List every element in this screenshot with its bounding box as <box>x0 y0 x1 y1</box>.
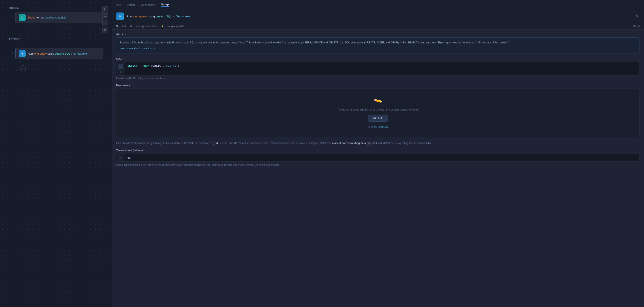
parameters-section: Parameters ✏️ Tell us what fields should… <box>116 84 640 137</box>
help-label: HELP <box>116 33 124 36</box>
nav-connection[interactable]: Connection <box>141 3 155 6</box>
step-1-number: 1 <box>8 16 13 19</box>
nav-action[interactable]: Action <box>127 3 135 6</box>
learn-more-label: Learn more about this action <box>120 46 152 50</box>
reset-button[interactable]: Reset <box>633 25 640 28</box>
group-map-label: Group map data <box>166 25 184 28</box>
table-name: CONTACTS <box>166 64 180 68</box>
search-icon: 🔍 <box>116 25 119 28</box>
panel-header: ❄ Run long query using custom SQL in Sno… <box>112 10 644 23</box>
timeout-section: Timeout limit (minutes) 123 Set an upper… <box>116 149 640 166</box>
workflow-canvas: ↻ + − ⊞ TRIGGER 1 ⏱ Trigger on a specifi… <box>0 0 112 307</box>
sql-line-number: 1 <box>120 71 121 73</box>
nav-arrow-3: → <box>157 4 159 6</box>
trigger-step: 1 ⏱ Trigger on a specified schedule <box>8 12 103 23</box>
panel-content: HELP ▲ Execute a SQL in Snowflake asynch… <box>112 30 644 307</box>
sql-field-label: SQL * <box>116 57 640 60</box>
connector-1 <box>20 33 20 38</box>
chevron-up-icon: ▲ <box>125 33 127 36</box>
pen-icon: ✏️ <box>373 96 383 106</box>
timeout-label: Timeout limit (minutes) <box>116 149 640 152</box>
nav-setup[interactable]: Setup <box>161 3 169 7</box>
trigger-icon: ⏱ <box>19 14 26 21</box>
nav-app[interactable]: App <box>116 3 121 6</box>
add-step-button[interactable]: + <box>20 65 26 72</box>
external-link-icon: ↗ <box>153 46 156 50</box>
breadcrumb-nav: App → Action → Connection → Setup <box>112 0 644 10</box>
help-text: Execute a SQL in Snowflake asynchronousl… <box>120 41 636 45</box>
step-2-number: 2 <box>8 52 13 55</box>
action-step: 2 ❄ Run long query using custom SQL in S… <box>8 48 103 59</box>
fit-button[interactable]: ⊞ <box>102 27 108 33</box>
schedule-word: specified schedule <box>44 16 66 19</box>
right-panel: App → Action → Connection → Setup ❄ Run … <box>112 0 644 307</box>
help-section: HELP ▲ Execute a SQL in Snowflake asynch… <box>116 33 640 54</box>
connector-3 <box>20 60 20 64</box>
help-toggle[interactable]: HELP ▲ <box>116 33 640 36</box>
eye-icon: 👁 <box>130 25 132 28</box>
learn-more-link[interactable]: Learn more about this action ↗ <box>120 46 156 50</box>
sql-code-area[interactable]: SELECT * FROM PUBLIC . CONTACTS ⤡ <box>125 62 640 76</box>
parameters-description: First provide the full name assigned to … <box>116 141 640 145</box>
zoom-in-button[interactable]: + <box>102 13 108 19</box>
sql-editor-inner: { } 1 SELECT * FROM PUBLIC . CONTACTS ⤡ <box>116 62 640 76</box>
parameters-hint: Tell us what fields should be in the lis… <box>337 108 419 111</box>
from-keyword: FROM <box>142 64 149 68</box>
trigger-text: Trigger on a specified schedule <box>28 16 66 19</box>
connector-2 <box>20 43 20 47</box>
panel-header-title: Run long query using custom SQL in Snowf… <box>126 14 632 18</box>
sql-gutter-icon: { } <box>118 64 123 70</box>
refresh-button[interactable]: ↻ <box>102 6 108 12</box>
panel-header-icon: ❄ <box>116 12 124 20</box>
timeout-hint: Set an upper limit for this wait action.… <box>116 163 640 166</box>
toolbar: 🔍 Find 👁 Show optional fields ⚡ Group ma… <box>112 23 644 30</box>
sql-section: SQL * { } 1 SELECT * FROM PUBLIC <box>116 57 640 80</box>
clock-icon: ⏱ <box>20 16 24 19</box>
lightning-icon: ⚡ <box>161 25 164 28</box>
find-label: Find <box>120 25 126 28</box>
close-button[interactable]: ✕ <box>634 14 640 19</box>
actions-label: ACTIONS <box>8 38 103 40</box>
sql-field-hint: Provide a valid SQL string to be execute… <box>116 77 640 80</box>
trigger-label: TRIGGER <box>8 6 103 9</box>
group-map-button[interactable]: ⚡ Group map data <box>161 25 184 28</box>
parameters-box: ✏️ Tell us what fields should be in the … <box>116 88 640 137</box>
show-optional-button[interactable]: 👁 Show optional fields <box>130 25 157 28</box>
canvas-controls: ↻ + − ⊞ <box>102 6 108 33</box>
snowflake-icon: ❄ <box>19 50 26 57</box>
sql-editor[interactable]: { } 1 SELECT * FROM PUBLIC . CONTACTS ⤡ <box>116 62 640 76</box>
trigger-section: TRIGGER 1 ⏱ Trigger on a specified sched… <box>8 6 103 24</box>
timeout-field[interactable]: 123 <box>116 154 640 162</box>
code-icon: { } <box>120 66 122 68</box>
required-indicator: * <box>122 57 124 60</box>
help-content: Execute a SQL in Snowflake asynchronousl… <box>116 38 640 54</box>
show-optional-label: Show optional fields <box>134 25 157 28</box>
or-setup-text: or setup manually <box>368 125 388 128</box>
timeout-input[interactable] <box>125 154 640 162</box>
find-button[interactable]: 🔍 Find <box>116 25 126 28</box>
select-keyword: SELECT <box>128 64 138 68</box>
setup-manually-link[interactable]: setup manually <box>371 125 388 128</box>
add-field-button[interactable]: Add field <box>368 114 388 122</box>
resize-handle[interactable]: ⤡ <box>636 72 639 74</box>
trigger-word: Trigger <box>28 16 36 19</box>
actions-section: ACTIONS 2 ❄ Run long query using custom … <box>8 33 103 72</box>
nav-arrow-1: → <box>123 4 125 6</box>
timeout-gutter: 123 <box>116 154 125 162</box>
nav-arrow-2: → <box>136 4 139 6</box>
parameters-label: Parameters <box>116 84 640 87</box>
action-text: Run long query using custom SQL in Snowf… <box>28 52 87 55</box>
trigger-card[interactable]: ⏱ Trigger on a specified schedule <box>16 12 103 23</box>
sql-gutter: { } 1 <box>116 62 125 76</box>
zoom-out-button[interactable]: − <box>102 20 108 26</box>
action-card[interactable]: ❄ Run long query using custom SQL in Sno… <box>16 48 103 59</box>
